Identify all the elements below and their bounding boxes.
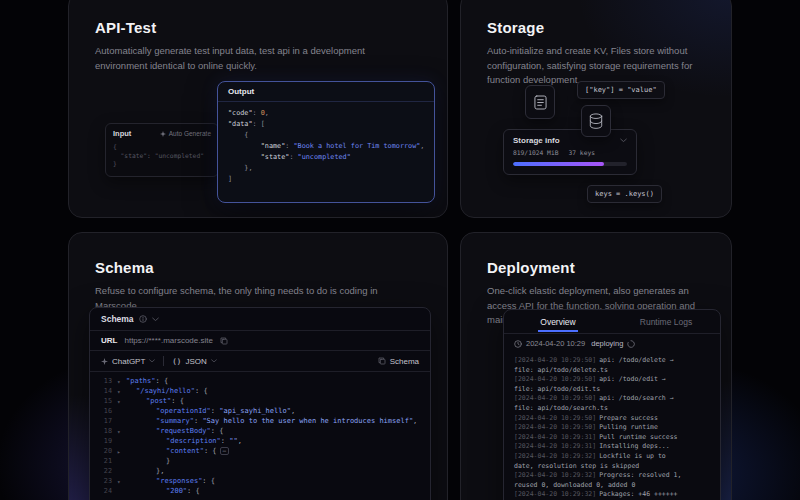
sparkle-icon [160, 131, 166, 137]
card-schema: Schema Refuse to configure schema, the o… [68, 232, 448, 500]
storage-progress-fill [513, 162, 604, 166]
code-line: 15▾"post": { [98, 396, 430, 406]
log-line: file: api/todo/delete.ts [514, 366, 710, 376]
info-icon[interactable] [139, 315, 147, 323]
code-line: 24"200": { [98, 486, 430, 496]
deployment-panel: Overview Runtime Logs 2024-04-20 10:29 d… [503, 309, 721, 500]
url-value[interactable]: https://****.marscode.site [124, 336, 212, 345]
code-line: 13▾"paths": { [98, 376, 430, 386]
chevron-down-icon[interactable] [620, 138, 627, 143]
chevron-down-icon[interactable] [152, 317, 159, 322]
log-line: [2024-04-20 10:29:50]api: /todo/search → [514, 394, 710, 404]
code-line: 19"description": "", [98, 436, 430, 446]
storage-info-panel: Storage info 819/1024 MiB 37 keys [503, 129, 637, 175]
schema-panel-title: Schema [101, 314, 134, 324]
input-panel-label: Input [113, 129, 131, 138]
log-line: [2024-04-20 10:29:50]Prepare success [514, 414, 710, 424]
storage-info-label: Storage info [513, 136, 560, 145]
code-line: 20▸"content": {⋯ [98, 446, 430, 456]
deployment-tabs: Overview Runtime Logs [504, 310, 720, 334]
input-panel: Input Auto Generate { "state": "uncomple… [105, 123, 219, 177]
card-storage: Storage Auto-initialize and create KV, F… [460, 0, 732, 218]
output-code: "code": 0,"data": [ { "name": "Book a ho… [218, 102, 434, 191]
schema-panel: Schema URL https://****.marscode.site Ch… [89, 307, 431, 500]
clock-icon [514, 340, 522, 348]
log-line: [2024-04-20 10:29:50]api: /todo/edit → [514, 375, 710, 385]
tab-runtime-logs[interactable]: Runtime Logs [612, 310, 720, 333]
storage-usage: 819/1024 MiB [513, 149, 559, 156]
files-store-box [525, 85, 555, 119]
chatgpt-icon [101, 358, 108, 365]
code-line: 21} [98, 456, 430, 466]
code-line: 22}, [98, 466, 430, 476]
format-select[interactable]: () JSON [172, 357, 216, 366]
card-deployment: Deployment One-click elastic deployment,… [460, 232, 732, 500]
tab-overview[interactable]: Overview [504, 310, 612, 333]
log-line: [2024-04-20 10:29:50]Pulling runtime [514, 423, 710, 433]
database-icon [589, 113, 603, 129]
log-line: file: api/todo/search.ts [514, 404, 710, 414]
copy-schema-label: Schema [390, 357, 419, 366]
auto-generate-label: Auto Generate [169, 130, 211, 137]
chevron-down-icon [149, 359, 155, 363]
kv-code-chip: ["key"] = "value" [577, 81, 665, 99]
log-line: [2024-04-20 10:29:50]api: /todo/delete → [514, 356, 710, 366]
auto-generate-button[interactable]: Auto Generate [160, 130, 211, 137]
code-line: 14▾"/sayhi/hello": { [98, 386, 430, 396]
log-line: date, resolution step is skipped [514, 462, 710, 472]
schema-title: Schema [95, 259, 421, 276]
log-line: [2024-04-20 10:29:32]Packages: +46 +++++… [514, 490, 710, 500]
schema-code-editor[interactable]: 13▾"paths": {14▾"/sayhi/hello": {15▾"pos… [90, 372, 430, 496]
page: API-Test Automatically generate test inp… [0, 0, 800, 500]
input-code: { "state": "uncompleted"} [106, 141, 218, 171]
copy-icon[interactable] [220, 337, 228, 345]
code-line: 23▾"responses": { [98, 476, 430, 486]
toolbar-divider [163, 356, 164, 366]
deploy-status-row: 2024-04-20 10:29 deploying [504, 334, 720, 353]
tab-runtime-logs-label: Runtime Logs [638, 311, 694, 332]
format-label: JSON [185, 357, 206, 366]
code-line: 18▾"requestBody": { [98, 426, 430, 436]
brackets-icon: () [172, 357, 181, 366]
storage-progress-bar [513, 162, 627, 166]
copy-schema-button[interactable]: Schema [378, 357, 419, 366]
log-line: [2024-04-20 10:29:31]Installing deps... [514, 442, 710, 452]
log-line: [2024-04-20 10:29:32]Lockfile is up to [514, 452, 710, 462]
log-line: [2024-04-20 10:29:31]Pull runtime succes… [514, 433, 710, 443]
code-line: 17"summary": "Say hello to the user when… [98, 416, 430, 426]
api-test-description: Automatically generate test input data, … [95, 44, 395, 73]
chevron-down-icon [211, 359, 217, 363]
schema-url-row: URL https://****.marscode.site [90, 331, 430, 351]
feature-grid: API-Test Automatically generate test inp… [68, 0, 732, 500]
model-select[interactable]: ChatGPT [101, 357, 155, 366]
schema-toolbar: ChatGPT () JSON Schema [90, 351, 430, 372]
schema-panel-header: Schema [90, 308, 430, 331]
storage-title: Storage [487, 19, 715, 36]
tab-overview-label: Overview [538, 311, 577, 332]
deploy-time: 2024-04-20 10:29 [526, 339, 585, 348]
file-icon [534, 95, 547, 110]
copy-icon [378, 357, 386, 365]
kv-store-box [581, 105, 611, 137]
output-panel-label: Output [218, 82, 434, 102]
deploy-logs: [2024-04-20 10:29:50]api: /todo/delete →… [504, 353, 720, 500]
api-test-title: API-Test [95, 19, 421, 36]
code-line: 16"operationId": "api_sayhi_hello", [98, 406, 430, 416]
deploy-status: deploying [591, 339, 623, 348]
log-line: reused 0, downloaded 0, added 0 [514, 481, 710, 491]
log-line: file: api/todo/edit.ts [514, 385, 710, 395]
card-api-test: API-Test Automatically generate test inp… [68, 0, 448, 218]
storage-keys-count: 37 keys [569, 149, 596, 156]
keys-code-chip: keys = .keys() [587, 185, 662, 203]
url-label: URL [101, 336, 117, 345]
deployment-title: Deployment [487, 259, 715, 276]
log-line: [2024-04-20 10:29:32]Progress: resolved … [514, 471, 710, 481]
output-panel: Output "code": 0,"data": [ { "name": "Bo… [217, 81, 435, 203]
spinner-icon [627, 340, 635, 348]
model-label: ChatGPT [112, 357, 145, 366]
